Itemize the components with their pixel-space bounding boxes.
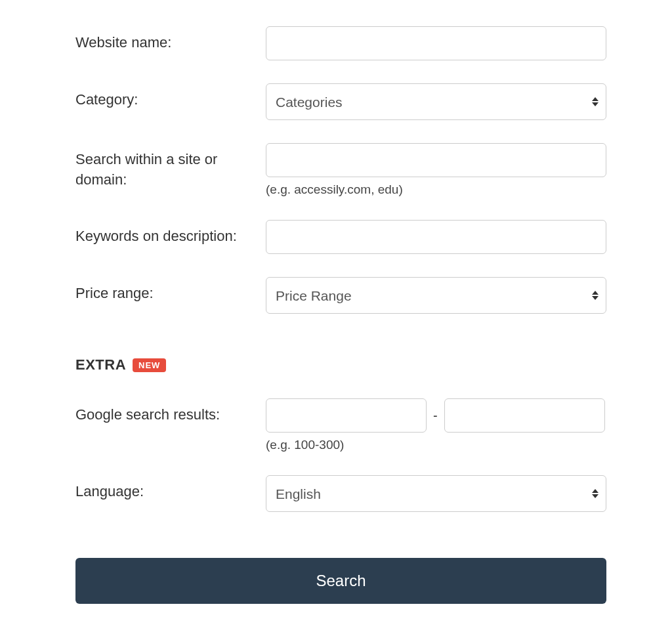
keywords-label-col: Keywords on description: xyxy=(75,220,266,247)
extra-header: EXTRA NEW xyxy=(75,356,606,373)
google-results-to-input[interactable] xyxy=(444,398,605,433)
website-name-row: Website name: xyxy=(75,26,606,60)
price-range-select-wrapper: Price Range xyxy=(266,277,606,314)
price-range-select[interactable]: Price Range xyxy=(266,277,606,314)
site-domain-label-col: Search within a site or domain: xyxy=(75,143,266,190)
keywords-input-col xyxy=(266,220,606,254)
price-range-label-col: Price range: xyxy=(75,277,266,304)
new-badge: NEW xyxy=(133,358,166,372)
language-input-col: English xyxy=(266,475,606,512)
google-results-input-col: - (e.g. 100-300) xyxy=(266,398,606,452)
keywords-input[interactable] xyxy=(266,220,606,254)
google-results-label: Google search results: xyxy=(75,406,220,423)
site-domain-label: Search within a site or domain: xyxy=(75,151,217,188)
google-results-label-col: Google search results: xyxy=(75,398,266,425)
website-name-label: Website name: xyxy=(75,34,171,51)
language-label: Language: xyxy=(75,483,144,499)
price-range-label: Price range: xyxy=(75,285,154,301)
search-button[interactable]: Search xyxy=(75,558,606,604)
site-domain-hint: (e.g. accessily.com, edu) xyxy=(266,182,606,197)
price-range-row: Price range: Price Range xyxy=(75,277,606,314)
google-results-hint: (e.g. 100-300) xyxy=(266,438,606,452)
site-domain-input[interactable] xyxy=(266,143,606,177)
category-row: Category: Categories xyxy=(75,83,606,120)
google-results-row: Google search results: - (e.g. 100-300) xyxy=(75,398,606,452)
category-input-col: Categories xyxy=(266,83,606,120)
website-name-input[interactable] xyxy=(266,26,606,60)
google-results-range: - xyxy=(266,398,606,433)
website-name-input-col xyxy=(266,26,606,60)
keywords-label: Keywords on description: xyxy=(75,228,237,244)
category-label-col: Category: xyxy=(75,83,266,110)
category-select-wrapper: Categories xyxy=(266,83,606,120)
site-domain-input-col: (e.g. accessily.com, edu) xyxy=(266,143,606,197)
price-range-input-col: Price Range xyxy=(266,277,606,314)
website-name-label-col: Website name: xyxy=(75,26,266,53)
language-select-wrapper: English xyxy=(266,475,606,512)
language-row: Language: English xyxy=(75,475,606,512)
language-select[interactable]: English xyxy=(266,475,606,512)
google-results-from-input[interactable] xyxy=(266,398,427,433)
category-label: Category: xyxy=(75,91,138,108)
range-separator: - xyxy=(433,408,438,423)
keywords-row: Keywords on description: xyxy=(75,220,606,254)
category-select[interactable]: Categories xyxy=(266,83,606,120)
language-label-col: Language: xyxy=(75,475,266,502)
site-domain-row: Search within a site or domain: (e.g. ac… xyxy=(75,143,606,197)
extra-title: EXTRA xyxy=(75,356,126,373)
